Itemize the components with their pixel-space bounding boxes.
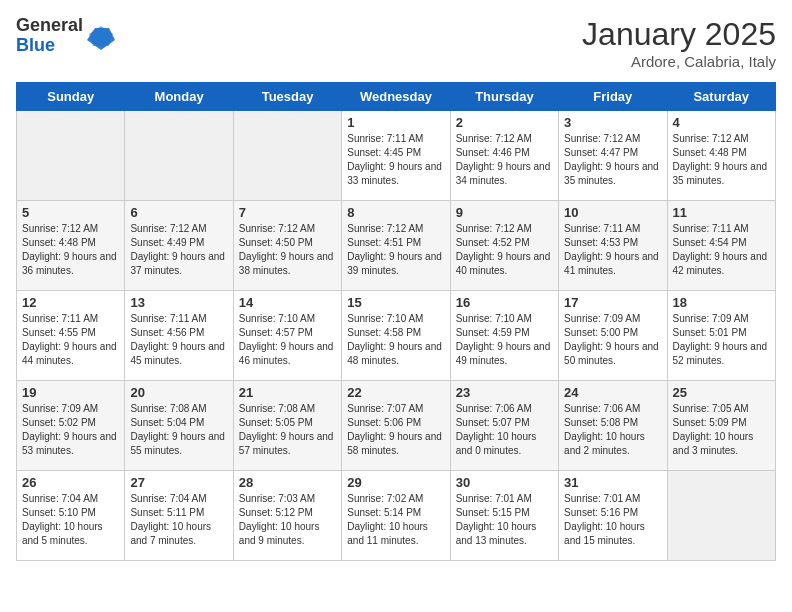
calendar-week-3: 12Sunrise: 7:11 AM Sunset: 4:55 PM Dayli… bbox=[17, 291, 776, 381]
calendar-cell: 7Sunrise: 7:12 AM Sunset: 4:50 PM Daylig… bbox=[233, 201, 341, 291]
day-number: 22 bbox=[347, 385, 444, 400]
calendar-week-4: 19Sunrise: 7:09 AM Sunset: 5:02 PM Dayli… bbox=[17, 381, 776, 471]
day-number: 27 bbox=[130, 475, 227, 490]
day-number: 7 bbox=[239, 205, 336, 220]
day-info: Sunrise: 7:01 AM Sunset: 5:15 PM Dayligh… bbox=[456, 492, 553, 548]
calendar-week-1: 1Sunrise: 7:11 AM Sunset: 4:45 PM Daylig… bbox=[17, 111, 776, 201]
calendar-cell: 19Sunrise: 7:09 AM Sunset: 5:02 PM Dayli… bbox=[17, 381, 125, 471]
day-number: 21 bbox=[239, 385, 336, 400]
day-info: Sunrise: 7:04 AM Sunset: 5:11 PM Dayligh… bbox=[130, 492, 227, 548]
calendar-table: SundayMondayTuesdayWednesdayThursdayFrid… bbox=[16, 82, 776, 561]
calendar-cell: 11Sunrise: 7:11 AM Sunset: 4:54 PM Dayli… bbox=[667, 201, 775, 291]
calendar-cell bbox=[17, 111, 125, 201]
day-info: Sunrise: 7:12 AM Sunset: 4:52 PM Dayligh… bbox=[456, 222, 553, 278]
day-info: Sunrise: 7:10 AM Sunset: 4:57 PM Dayligh… bbox=[239, 312, 336, 368]
calendar-week-5: 26Sunrise: 7:04 AM Sunset: 5:10 PM Dayli… bbox=[17, 471, 776, 561]
day-info: Sunrise: 7:09 AM Sunset: 5:02 PM Dayligh… bbox=[22, 402, 119, 458]
calendar-cell: 27Sunrise: 7:04 AM Sunset: 5:11 PM Dayli… bbox=[125, 471, 233, 561]
calendar-cell: 22Sunrise: 7:07 AM Sunset: 5:06 PM Dayli… bbox=[342, 381, 450, 471]
day-number: 23 bbox=[456, 385, 553, 400]
day-info: Sunrise: 7:07 AM Sunset: 5:06 PM Dayligh… bbox=[347, 402, 444, 458]
day-number: 16 bbox=[456, 295, 553, 310]
day-info: Sunrise: 7:03 AM Sunset: 5:12 PM Dayligh… bbox=[239, 492, 336, 548]
column-header-thursday: Thursday bbox=[450, 83, 558, 111]
calendar-cell: 2Sunrise: 7:12 AM Sunset: 4:46 PM Daylig… bbox=[450, 111, 558, 201]
calendar-cell: 20Sunrise: 7:08 AM Sunset: 5:04 PM Dayli… bbox=[125, 381, 233, 471]
calendar-cell: 28Sunrise: 7:03 AM Sunset: 5:12 PM Dayli… bbox=[233, 471, 341, 561]
calendar-cell: 14Sunrise: 7:10 AM Sunset: 4:57 PM Dayli… bbox=[233, 291, 341, 381]
day-number: 10 bbox=[564, 205, 661, 220]
day-number: 8 bbox=[347, 205, 444, 220]
day-info: Sunrise: 7:11 AM Sunset: 4:45 PM Dayligh… bbox=[347, 132, 444, 188]
day-info: Sunrise: 7:12 AM Sunset: 4:50 PM Dayligh… bbox=[239, 222, 336, 278]
day-number: 30 bbox=[456, 475, 553, 490]
day-info: Sunrise: 7:12 AM Sunset: 4:48 PM Dayligh… bbox=[673, 132, 770, 188]
day-number: 9 bbox=[456, 205, 553, 220]
calendar-cell: 13Sunrise: 7:11 AM Sunset: 4:56 PM Dayli… bbox=[125, 291, 233, 381]
day-number: 25 bbox=[673, 385, 770, 400]
column-header-monday: Monday bbox=[125, 83, 233, 111]
column-header-friday: Friday bbox=[559, 83, 667, 111]
calendar-cell: 30Sunrise: 7:01 AM Sunset: 5:15 PM Dayli… bbox=[450, 471, 558, 561]
day-number: 14 bbox=[239, 295, 336, 310]
day-number: 15 bbox=[347, 295, 444, 310]
day-info: Sunrise: 7:08 AM Sunset: 5:05 PM Dayligh… bbox=[239, 402, 336, 458]
day-info: Sunrise: 7:04 AM Sunset: 5:10 PM Dayligh… bbox=[22, 492, 119, 548]
calendar-cell bbox=[667, 471, 775, 561]
calendar-cell: 18Sunrise: 7:09 AM Sunset: 5:01 PM Dayli… bbox=[667, 291, 775, 381]
day-number: 11 bbox=[673, 205, 770, 220]
logo-icon bbox=[87, 22, 115, 50]
day-info: Sunrise: 7:11 AM Sunset: 4:56 PM Dayligh… bbox=[130, 312, 227, 368]
calendar-cell: 10Sunrise: 7:11 AM Sunset: 4:53 PM Dayli… bbox=[559, 201, 667, 291]
calendar-week-2: 5Sunrise: 7:12 AM Sunset: 4:48 PM Daylig… bbox=[17, 201, 776, 291]
calendar-cell: 4Sunrise: 7:12 AM Sunset: 4:48 PM Daylig… bbox=[667, 111, 775, 201]
column-header-wednesday: Wednesday bbox=[342, 83, 450, 111]
day-info: Sunrise: 7:11 AM Sunset: 4:54 PM Dayligh… bbox=[673, 222, 770, 278]
day-info: Sunrise: 7:12 AM Sunset: 4:48 PM Dayligh… bbox=[22, 222, 119, 278]
location-subtitle: Ardore, Calabria, Italy bbox=[582, 53, 776, 70]
calendar-cell: 25Sunrise: 7:05 AM Sunset: 5:09 PM Dayli… bbox=[667, 381, 775, 471]
calendar-header-row: SundayMondayTuesdayWednesdayThursdayFrid… bbox=[17, 83, 776, 111]
day-info: Sunrise: 7:06 AM Sunset: 5:08 PM Dayligh… bbox=[564, 402, 661, 458]
calendar-cell: 12Sunrise: 7:11 AM Sunset: 4:55 PM Dayli… bbox=[17, 291, 125, 381]
calendar-cell bbox=[125, 111, 233, 201]
day-info: Sunrise: 7:12 AM Sunset: 4:49 PM Dayligh… bbox=[130, 222, 227, 278]
day-info: Sunrise: 7:12 AM Sunset: 4:51 PM Dayligh… bbox=[347, 222, 444, 278]
calendar-cell: 16Sunrise: 7:10 AM Sunset: 4:59 PM Dayli… bbox=[450, 291, 558, 381]
calendar-cell: 31Sunrise: 7:01 AM Sunset: 5:16 PM Dayli… bbox=[559, 471, 667, 561]
logo-text: General Blue bbox=[16, 16, 83, 56]
calendar-cell: 23Sunrise: 7:06 AM Sunset: 5:07 PM Dayli… bbox=[450, 381, 558, 471]
day-info: Sunrise: 7:05 AM Sunset: 5:09 PM Dayligh… bbox=[673, 402, 770, 458]
day-number: 17 bbox=[564, 295, 661, 310]
day-info: Sunrise: 7:12 AM Sunset: 4:46 PM Dayligh… bbox=[456, 132, 553, 188]
day-number: 13 bbox=[130, 295, 227, 310]
day-number: 6 bbox=[130, 205, 227, 220]
logo: General Blue bbox=[16, 16, 115, 56]
day-number: 19 bbox=[22, 385, 119, 400]
day-info: Sunrise: 7:11 AM Sunset: 4:55 PM Dayligh… bbox=[22, 312, 119, 368]
day-info: Sunrise: 7:08 AM Sunset: 5:04 PM Dayligh… bbox=[130, 402, 227, 458]
day-info: Sunrise: 7:09 AM Sunset: 5:01 PM Dayligh… bbox=[673, 312, 770, 368]
calendar-cell: 17Sunrise: 7:09 AM Sunset: 5:00 PM Dayli… bbox=[559, 291, 667, 381]
day-number: 24 bbox=[564, 385, 661, 400]
day-number: 4 bbox=[673, 115, 770, 130]
day-info: Sunrise: 7:10 AM Sunset: 4:58 PM Dayligh… bbox=[347, 312, 444, 368]
day-number: 1 bbox=[347, 115, 444, 130]
calendar-cell: 24Sunrise: 7:06 AM Sunset: 5:08 PM Dayli… bbox=[559, 381, 667, 471]
calendar-cell bbox=[233, 111, 341, 201]
day-number: 20 bbox=[130, 385, 227, 400]
page-header: General Blue January 2025 Ardore, Calabr… bbox=[16, 16, 776, 70]
day-info: Sunrise: 7:06 AM Sunset: 5:07 PM Dayligh… bbox=[456, 402, 553, 458]
day-number: 3 bbox=[564, 115, 661, 130]
day-info: Sunrise: 7:11 AM Sunset: 4:53 PM Dayligh… bbox=[564, 222, 661, 278]
calendar-cell: 8Sunrise: 7:12 AM Sunset: 4:51 PM Daylig… bbox=[342, 201, 450, 291]
day-info: Sunrise: 7:12 AM Sunset: 4:47 PM Dayligh… bbox=[564, 132, 661, 188]
day-info: Sunrise: 7:10 AM Sunset: 4:59 PM Dayligh… bbox=[456, 312, 553, 368]
day-number: 18 bbox=[673, 295, 770, 310]
day-number: 12 bbox=[22, 295, 119, 310]
logo-blue: Blue bbox=[16, 36, 83, 56]
calendar-cell: 6Sunrise: 7:12 AM Sunset: 4:49 PM Daylig… bbox=[125, 201, 233, 291]
calendar-cell: 29Sunrise: 7:02 AM Sunset: 5:14 PM Dayli… bbox=[342, 471, 450, 561]
day-info: Sunrise: 7:01 AM Sunset: 5:16 PM Dayligh… bbox=[564, 492, 661, 548]
day-number: 26 bbox=[22, 475, 119, 490]
